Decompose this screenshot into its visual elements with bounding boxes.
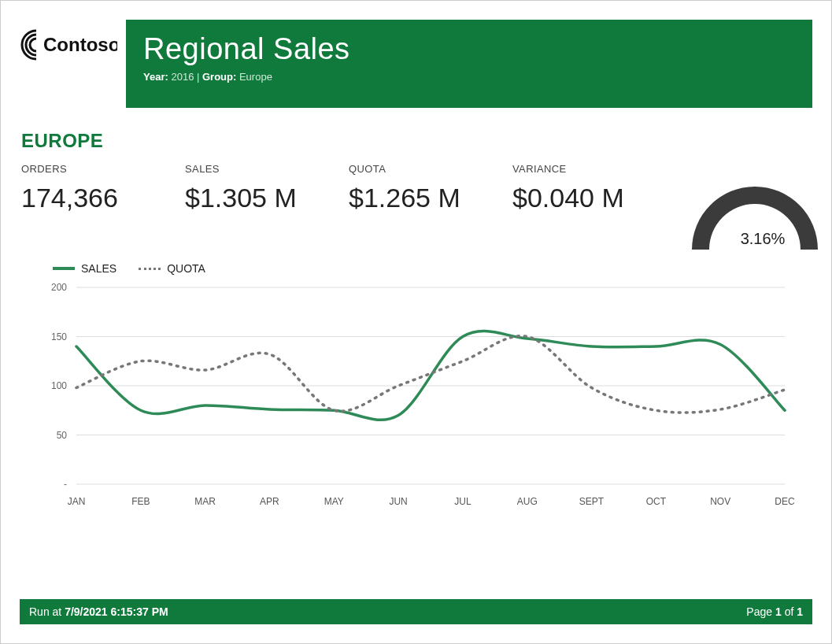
svg-text:OCT: OCT [646, 496, 667, 507]
svg-text:50: 50 [57, 430, 68, 441]
trend-chart: SALES QUOTA -50100150200JANFEBMARAPRMAYJ… [21, 257, 811, 517]
report-subtitle: Year: 2016 | Group: Europe [143, 71, 795, 83]
svg-text:JAN: JAN [68, 496, 86, 507]
region-heading: EUROPE [21, 130, 831, 152]
kpi-quota: QUOTA $1.265 M [349, 163, 498, 250]
svg-text:AUG: AUG [517, 496, 538, 507]
kpi-value: $1.265 M [349, 183, 498, 213]
kpi-label: ORDERS [21, 163, 171, 175]
svg-text:MAR: MAR [194, 496, 216, 507]
kpi-orders: ORDERS 174,366 [21, 163, 171, 250]
svg-text:FEB: FEB [131, 496, 150, 507]
svg-text:100: 100 [51, 380, 67, 391]
report-title: Regional Sales [143, 32, 795, 66]
svg-text:JUN: JUN [389, 496, 407, 507]
kpi-value: 174,366 [21, 183, 171, 213]
kpi-sales: SALES $1.305 M [185, 163, 335, 250]
legend-swatch-solid [53, 267, 75, 270]
footer-run-at: Run at 7/9/2021 6:15:37 PM [29, 605, 168, 618]
gauge-percent: 3.16% [676, 230, 832, 248]
kpi-label: VARIANCE [512, 163, 662, 175]
report-footer: Run at 7/9/2021 6:15:37 PM Page 1 of 1 [20, 599, 812, 624]
kpi-value: $1.305 M [185, 183, 335, 213]
svg-text:-: - [64, 479, 67, 490]
chart-legend: SALES QUOTA [21, 257, 811, 279]
svg-text:JUL: JUL [454, 496, 471, 507]
svg-text:150: 150 [51, 331, 67, 342]
kpi-value: $0.040 M [512, 183, 662, 213]
kpi-label: QUOTA [349, 163, 498, 175]
svg-text:SEPT: SEPT [579, 496, 605, 507]
chart-canvas: -50100150200JANFEBMARAPRMAYJUNJULAUGSEPT… [21, 279, 808, 516]
legend-sales: SALES [53, 262, 116, 275]
svg-text:NOV: NOV [710, 496, 730, 507]
svg-text:DEC: DEC [775, 496, 795, 507]
legend-quota: QUOTA [139, 262, 205, 275]
svg-text:MAY: MAY [324, 496, 344, 507]
variance-gauge: 3.16% [676, 171, 832, 250]
svg-text:Contoso: Contoso [43, 34, 117, 55]
kpi-label: SALES [185, 163, 335, 175]
report-title-bar: Regional Sales Year: 2016 | Group: Europ… [126, 20, 812, 108]
brand-logo: Contoso [20, 20, 126, 108]
kpi-row: ORDERS 174,366 SALES $1.305 M QUOTA $1.2… [1, 157, 831, 250]
footer-page: Page 1 of 1 [746, 605, 803, 618]
svg-text:APR: APR [260, 496, 279, 507]
legend-swatch-dotted [139, 268, 161, 270]
svg-text:200: 200 [51, 282, 67, 293]
kpi-variance: VARIANCE $0.040 M [512, 163, 662, 250]
